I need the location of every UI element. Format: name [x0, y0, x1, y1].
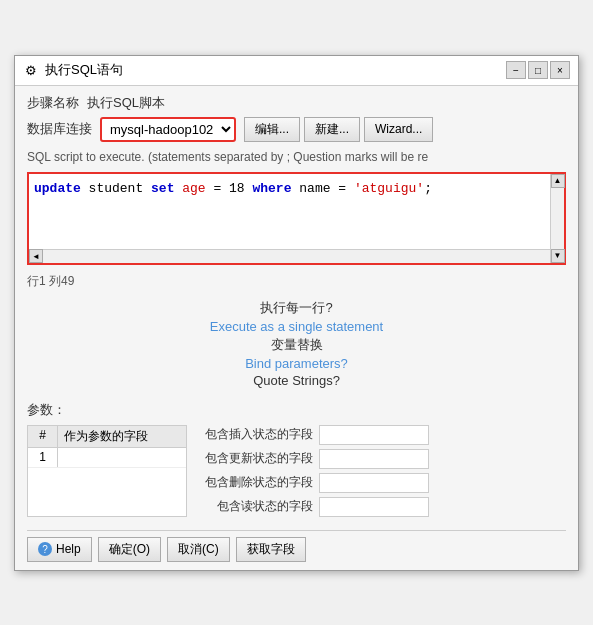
window-icon: ⚙ — [23, 62, 39, 78]
db-buttons: 编辑... 新建... Wizard... — [244, 117, 433, 142]
scroll-up-arrow[interactable]: ▲ — [551, 174, 565, 188]
col-num-header: # — [28, 426, 58, 447]
field-label-3: 包含读状态的字段 — [203, 498, 313, 515]
field-input-2[interactable] — [319, 473, 429, 493]
window-body: 步骤名称 执行SQL脚本 数据库连接 mysql-hadoop102 编辑...… — [15, 86, 578, 570]
option-row-3: 变量替换 — [271, 336, 323, 354]
field-row-0: 包含插入状态的字段 — [203, 425, 566, 445]
step-name-row: 步骤名称 执行SQL脚本 — [27, 94, 566, 112]
sql-display[interactable]: update student set age = 18 where name =… — [29, 174, 550, 249]
option-row-5: Quote Strings? — [253, 373, 340, 388]
field-label-2: 包含删除状态的字段 — [203, 474, 313, 491]
horizontal-scrollbar: ◄ ► — [29, 249, 564, 263]
step-name-label: 步骤名称 — [27, 94, 79, 112]
execute-each-cn: 执行每一行? — [260, 299, 332, 317]
status-row: 行1 列49 — [27, 273, 566, 290]
col-field-header: 作为参数的字段 — [58, 426, 186, 447]
edit-button[interactable]: 编辑... — [244, 117, 300, 142]
scroll-down-arrow[interactable]: ▼ — [551, 249, 565, 263]
params-table: # 作为参数的字段 1 — [27, 425, 187, 517]
minimize-button[interactable]: − — [506, 61, 526, 79]
db-select-wrapper: mysql-hadoop102 — [100, 117, 236, 142]
help-label: Help — [56, 542, 81, 556]
main-window: ⚙ 执行SQL语句 − □ × 步骤名称 执行SQL脚本 数据库连接 mysql… — [14, 55, 579, 571]
hint-text: SQL script to execute. (statements separ… — [27, 150, 566, 164]
variable-replace-cn: 变量替换 — [271, 336, 323, 354]
db-label: 数据库连接 — [27, 120, 92, 138]
cancel-button[interactable]: 取消(C) — [167, 537, 230, 562]
title-bar: ⚙ 执行SQL语句 − □ × — [15, 56, 578, 86]
quote-strings-en: Quote Strings? — [253, 373, 340, 388]
field-input-0[interactable] — [319, 425, 429, 445]
field-label-0: 包含插入状态的字段 — [203, 426, 313, 443]
title-bar-controls: − □ × — [506, 61, 570, 79]
cell-field — [58, 448, 186, 467]
window-title: 执行SQL语句 — [45, 61, 123, 79]
db-select[interactable]: mysql-hadoop102 — [102, 119, 234, 140]
cell-num: 1 — [28, 448, 58, 467]
new-button[interactable]: 新建... — [304, 117, 360, 142]
field-label-1: 包含更新状态的字段 — [203, 450, 313, 467]
params-section: 参数： # 作为参数的字段 1 包含插入状态的字段 — [27, 401, 566, 517]
get-fields-button[interactable]: 获取字段 — [236, 537, 306, 562]
table-row: 1 — [28, 448, 186, 468]
wizard-button[interactable]: Wizard... — [364, 117, 433, 142]
help-icon: ? — [38, 542, 52, 556]
scroll-left-arrow[interactable]: ◄ — [29, 249, 43, 263]
db-row: 数据库连接 mysql-hadoop102 编辑... 新建... Wizard… — [27, 117, 566, 142]
field-input-3[interactable] — [319, 497, 429, 517]
option-row-1: 执行每一行? — [260, 299, 332, 317]
field-row-2: 包含删除状态的字段 — [203, 473, 566, 493]
option-row-2: Execute as a single statement — [210, 319, 383, 334]
title-bar-left: ⚙ 执行SQL语句 — [23, 61, 123, 79]
params-label: 参数： — [27, 401, 566, 419]
params-content: # 作为参数的字段 1 包含插入状态的字段 包含更新状态的字段 — [27, 425, 566, 517]
close-button[interactable]: × — [550, 61, 570, 79]
fields-grid: 包含插入状态的字段 包含更新状态的字段 包含删除状态的字段 包含读状态的字段 — [203, 425, 566, 517]
params-table-header: # 作为参数的字段 — [28, 426, 186, 448]
footer-buttons: ? Help 确定(O) 取消(C) 获取字段 — [27, 530, 566, 562]
option-row-4: Bind parameters? — [245, 356, 348, 371]
maximize-button[interactable]: □ — [528, 61, 548, 79]
options-section: 执行每一行? Execute as a single statement 变量替… — [27, 299, 566, 388]
scroll-track — [551, 188, 564, 249]
execute-each-en: Execute as a single statement — [210, 319, 383, 334]
sql-editor-wrapper: update student set age = 18 where name =… — [27, 172, 566, 265]
field-row-3: 包含读状态的字段 — [203, 497, 566, 517]
sql-scrollbar: ▲ ▼ — [550, 174, 564, 263]
step-name-value: 执行SQL脚本 — [87, 94, 566, 112]
help-button[interactable]: ? Help — [27, 537, 92, 562]
bind-params-en: Bind parameters? — [245, 356, 348, 371]
confirm-button[interactable]: 确定(O) — [98, 537, 161, 562]
field-row-1: 包含更新状态的字段 — [203, 449, 566, 469]
field-input-1[interactable] — [319, 449, 429, 469]
